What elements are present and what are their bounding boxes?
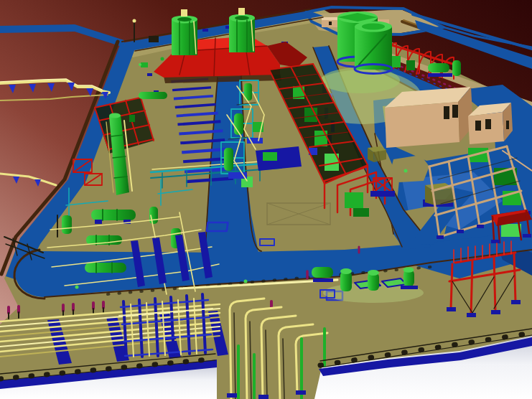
storage-tank-2: [355, 22, 392, 74]
plant-3d-scene: [0, 0, 532, 399]
hall-end-equipment: [345, 192, 363, 208]
plant-3d-viewport[interactable]: [0, 0, 532, 399]
warehouse: [385, 87, 473, 148]
distant-vessel: [139, 92, 167, 99]
drum: [85, 263, 126, 273]
